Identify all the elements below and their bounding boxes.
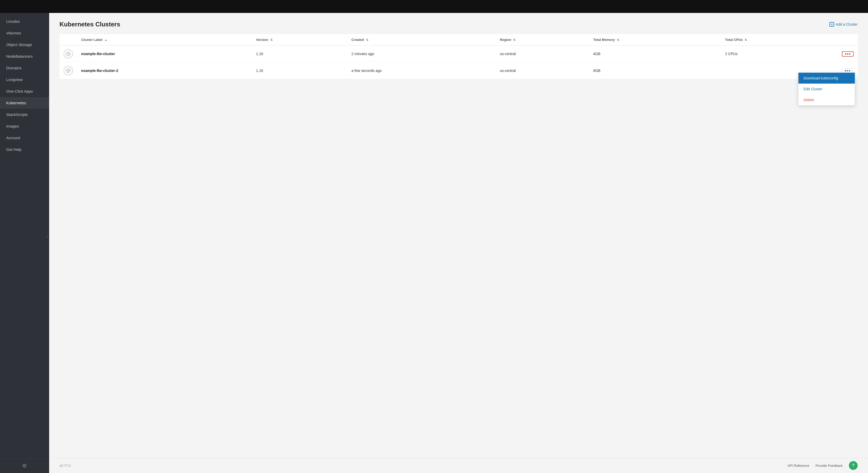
cluster-action-button-1[interactable] (842, 51, 854, 57)
help-button[interactable]: ? (849, 461, 858, 470)
sidebar-item-object-storage[interactable]: Object Storage (0, 39, 49, 51)
sidebar-item-volumes[interactable]: Volumes (0, 27, 49, 39)
provide-feedback-link[interactable]: Provide Feedback (815, 464, 843, 468)
page-header: Kubernetes Clusters + Add a Cluster (60, 21, 858, 28)
sidebar-item-label: Volumes (6, 31, 21, 35)
cluster-icon (64, 49, 73, 58)
sidebar-item-label: Images (6, 124, 19, 128)
action-dot (849, 70, 850, 71)
cluster-action-dropdown: Download kubeconfig Edit Cluster Delete (798, 72, 855, 106)
action-dot (847, 53, 848, 55)
sidebar-item-linodes[interactable]: Linodes (0, 16, 49, 27)
dropdown-item-delete[interactable]: Delete (799, 94, 855, 105)
sort-icon-region: ⇅ (513, 38, 516, 42)
sort-icon-created: ⇅ (366, 38, 368, 42)
sidebar-item-label: StackScripts (6, 112, 28, 117)
sidebar-footer: ⚙ (0, 458, 49, 473)
version-label: v0.77.0 (60, 464, 71, 468)
table-body: example-lke-cluster1.162 minutes agous-c… (60, 46, 858, 79)
cluster-memory-cell: 6GB (589, 62, 721, 79)
cluster-created-cell: a few seconds ago (347, 62, 496, 79)
sidebar-item-label: NodeBalancers (6, 54, 33, 58)
sidebar-item-images[interactable]: Images (0, 120, 49, 132)
cluster-label-cell: example-lke-cluster-2 (77, 62, 252, 79)
sidebar-item-label: Kubernetes (6, 101, 26, 105)
footer: v0.77.0 API Reference Provide Feedback ? (49, 458, 868, 473)
cluster-label: example-lke-cluster (81, 52, 115, 56)
sidebar-item-label: Longview (6, 77, 23, 82)
cluster-region-cell: us-central (496, 62, 589, 79)
sidebar-item-kubernetes[interactable]: Kubernetes (0, 97, 49, 109)
cluster-icon (64, 66, 73, 75)
action-dot (849, 53, 850, 55)
th-version[interactable]: Version ⇅ (252, 34, 347, 46)
th-region[interactable]: Region ⇅ (496, 34, 589, 46)
main-content: Kubernetes Clusters + Add a Cluster Clus… (49, 13, 868, 473)
cluster-version-cell: 1.16 (252, 62, 347, 79)
th-cluster-label[interactable]: Cluster Label ▲ (77, 34, 252, 46)
sidebar-item-domains[interactable]: Domains (0, 62, 49, 74)
svg-point-7 (67, 70, 69, 72)
th-total-cpus[interactable]: Total CPUs ⇅ (721, 34, 838, 46)
sort-icon-version: ⇅ (270, 38, 273, 42)
sidebar-item-label: Get Help (6, 147, 22, 152)
cluster-memory-cell: 4GB (589, 46, 721, 62)
clusters-table-container: Cluster Label ▲ Version ⇅ Created ⇅ (60, 34, 858, 79)
sidebar-item-label: Domains (6, 66, 22, 70)
table-head: Cluster Label ▲ Version ⇅ Created ⇅ (60, 34, 858, 46)
action-dot (845, 53, 846, 55)
sidebar-item-get-help[interactable]: Get Help (0, 144, 49, 155)
th-total-memory[interactable]: Total Memory ⇅ (589, 34, 721, 46)
clusters-table: Cluster Label ▲ Version ⇅ Created ⇅ (60, 34, 858, 79)
sidebar-item-label: One-Click Apps (6, 89, 33, 93)
cluster-version-cell: 1.16 (252, 46, 347, 62)
table-row: example-lke-cluster-21.16a few seconds a… (60, 62, 858, 79)
sort-icon-cpus: ⇅ (745, 38, 747, 42)
api-reference-link[interactable]: API Reference (787, 464, 810, 468)
sidebar-item-nodebalancers[interactable]: NodeBalancers (0, 51, 49, 62)
add-cluster-button[interactable]: + Add a Cluster (830, 22, 858, 27)
sidebar: LinodesVolumesObject StorageNodeBalancer… (0, 13, 49, 473)
dropdown-item-edit-cluster[interactable]: Edit Cluster (799, 84, 855, 94)
table-header-row: Cluster Label ▲ Version ⇅ Created ⇅ (60, 34, 858, 46)
th-created[interactable]: Created ⇅ (347, 34, 496, 46)
content-area: Kubernetes Clusters + Add a Cluster Clus… (49, 13, 868, 458)
sidebar-item-label: Linodes (6, 19, 20, 24)
sidebar-item-label: Account (6, 136, 20, 140)
cluster-label-cell: example-lke-cluster (77, 46, 252, 62)
settings-icon[interactable]: ⚙ (22, 463, 27, 469)
action-dot (845, 70, 846, 71)
top-bar (0, 0, 868, 13)
sidebar-item-label: Object Storage (6, 42, 32, 47)
th-actions (838, 34, 858, 46)
footer-links: API Reference Provide Feedback ? (787, 461, 858, 470)
th-icon (60, 34, 77, 46)
sidebar-nav: LinodesVolumesObject StorageNodeBalancer… (0, 13, 49, 458)
sidebar-item-stackscripts[interactable]: StackScripts (0, 109, 49, 120)
cluster-cpus-cell: 2 CPUs (721, 46, 838, 62)
sidebar-item-one-click-apps[interactable]: One-Click Apps (0, 85, 49, 97)
add-cluster-label: Add a Cluster (836, 22, 858, 26)
page-title: Kubernetes Clusters (60, 21, 120, 28)
sidebar-item-longview[interactable]: Longview (0, 74, 49, 85)
action-dot (847, 70, 848, 71)
sidebar-collapse-button[interactable]: ‹ (46, 233, 49, 240)
sidebar-item-account[interactable]: Account (0, 132, 49, 144)
cluster-icon-cell (60, 62, 77, 79)
plus-icon: + (830, 22, 834, 27)
cluster-action-cell (838, 46, 858, 62)
table-row: example-lke-cluster1.162 minutes agous-c… (60, 46, 858, 62)
sort-icon-memory: ⇅ (617, 38, 619, 42)
cluster-region-cell: us-central (496, 46, 589, 62)
cluster-label: example-lke-cluster-2 (81, 68, 118, 73)
svg-point-1 (67, 53, 69, 55)
dropdown-item-download-kubeconfig[interactable]: Download kubeconfig (799, 73, 855, 84)
cluster-icon-cell (60, 46, 77, 62)
sort-icon-cluster-label: ▲ (104, 38, 107, 41)
cluster-created-cell: 2 minutes ago (347, 46, 496, 62)
